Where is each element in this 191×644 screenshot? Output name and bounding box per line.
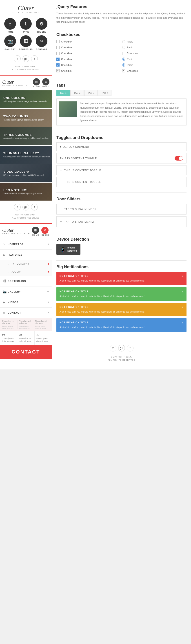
radio-4[interactable] — [122, 58, 125, 61]
facebook-icon-2[interactable]: f — [31, 204, 38, 210]
twitter-icon-1[interactable]: 𝕥 — [14, 55, 21, 62]
toggle-row-2[interactable]: + THIS IS CONTENT TOGGLE — [56, 165, 187, 175]
nav-icon-gallery[interactable]: 📷 GALLERY — [3, 35, 17, 50]
sidebar-item-homepage[interactable]: ⌂ HOMEPAGE • — [0, 239, 52, 250]
list-item[interactable]: I DO NOTHING! You can add as many images… — [0, 182, 52, 200]
device-box: 📱 iPhoneDetected — [56, 244, 80, 255]
list-item[interactable]: THREE COLUMNS Designed to work perfectly… — [0, 127, 52, 145]
door-row-1[interactable]: + TAP TO SHOW NUMBER! — [56, 204, 187, 214]
menu-nav-item[interactable]: ≡ MENU — [42, 78, 49, 88]
tab-1[interactable]: TAB 1 — [56, 90, 70, 96]
contact-button[interactable]: CONTACT — [0, 345, 52, 359]
nav-icon-contact[interactable]: ✉ CONTACT — [35, 35, 48, 50]
nav-icon-type[interactable]: ℹ TYPE — [19, 18, 32, 33]
checkbox-1[interactable] — [56, 40, 59, 43]
close-notif-1[interactable]: x — [182, 274, 184, 278]
notif-title-row-4: NOTIFICATION TITLE x — [59, 321, 183, 324]
checkbox-3[interactable] — [56, 52, 59, 55]
door-sliders-section: Door Sliders + TAP TO SHOW NUMBER! + TAP… — [56, 197, 187, 227]
gplus-icon-2[interactable]: g+ — [22, 204, 29, 210]
radio-2[interactable] — [122, 46, 125, 49]
checkbox-label-1: Checkbox — [61, 40, 72, 43]
gear-icon-sidebar: ⚙ — [3, 253, 8, 256]
notif-body-1: A lot of nice stuff you want to write in… — [59, 279, 183, 283]
mail-icon: ✉ — [36, 35, 47, 47]
grid-icon-3: ⊞ — [32, 227, 39, 234]
checkbox-4[interactable] — [56, 58, 59, 61]
menu-item-title-3: THREE COLUMNS — [3, 133, 52, 136]
jquery-section: jQuery Features These features are absol… — [56, 4, 187, 24]
sidebar-item-gallery[interactable]: 📷 GALLERY + — [0, 286, 52, 297]
close-notif-2[interactable]: x — [182, 290, 184, 293]
home-nav-item-3[interactable]: ⊞ HOME — [32, 227, 39, 236]
brand-name-1: Ciuter — [2, 4, 49, 12]
sidebar-sub-item-jquery[interactable]: › JQUERY — [0, 268, 52, 276]
sidebar-item-portfolios[interactable]: 🖼 PORTFOLIOS + — [0, 276, 52, 286]
list-item[interactable]: VIDEO GALLERY HD graphics make it shine … — [0, 164, 52, 182]
col-num-3: 3/3 — [36, 333, 50, 336]
checkbox-label-6: Checkbox — [61, 70, 72, 72]
divider-1 — [56, 28, 187, 28]
notification-1: NOTIFICATION TITLE x A lot of nice stuff… — [56, 272, 187, 285]
deploy-submenu[interactable]: ▾ DEPLOY SUBMENU — [56, 142, 187, 151]
bottom-col-2: 2/3 Lorem ipsum dolor sit amet, — [17, 331, 35, 345]
list-item[interactable]: ONE COLUMN Add a caption, tap the image,… — [0, 90, 52, 108]
close-nav-item[interactable]: ✕ CLOSE — [41, 227, 49, 236]
twitter-icon-bottom[interactable]: 𝕥 — [110, 345, 116, 352]
toggle-row-1[interactable]: THIS IS CONTENT TOGGLE — [56, 153, 187, 164]
tab-text: Sed sed gravida turpis. Suspendisse quis… — [80, 102, 184, 122]
facebook-icon-1[interactable]: f — [31, 55, 38, 62]
list-item[interactable]: THUMBNAIL GALLERY Covering the entire wi… — [0, 146, 52, 164]
list-item[interactable]: TWO COLUMNS Tapping the image will deplo… — [0, 109, 52, 127]
door-row-2[interactable]: + TAP TO SHOW EMAIL! — [56, 216, 187, 227]
checkbox-6[interactable] — [56, 69, 59, 72]
sidebar-dot-videos: • — [48, 300, 49, 304]
sidebar-label-features: FEATURES — [8, 254, 45, 256]
checkbox-row-4: Checkbox — [56, 57, 121, 62]
close-notif-3[interactable]: x — [182, 305, 184, 309]
close-notif-4[interactable]: x — [182, 321, 184, 324]
radio-1[interactable] — [122, 40, 125, 43]
checkbox-row-6: Checkbox — [56, 68, 121, 73]
nav-icon-jquery[interactable]: ⚙ JQUERY — [35, 18, 48, 33]
radio-row-4: Radio — [122, 57, 187, 62]
notif-title-text-3: NOTIFICATION TITLE — [59, 306, 89, 308]
home-nav-item[interactable]: ⊞ HOME — [33, 78, 40, 88]
menu-image-list: ONE COLUMN Add a caption, tap the image,… — [0, 90, 52, 200]
tab-2[interactable]: TAB 2 — [70, 90, 84, 96]
toggle-row-3[interactable]: + THIS IS CONTENT TOGGLE — [56, 177, 187, 187]
toggle-label-1: THIS IS CONTENT TOGGLE — [60, 157, 175, 160]
radio-5[interactable] — [122, 64, 125, 66]
checkbox-2[interactable] — [56, 46, 59, 49]
divider-2 — [56, 79, 187, 79]
social-row-1: 𝕥 g+ f — [0, 52, 52, 65]
checkbox-5[interactable] — [56, 64, 59, 66]
notif-title-row-1: NOTIFICATION TITLE x — [59, 274, 183, 278]
nav-icon-home[interactable]: ⌂ HOME — [3, 18, 17, 33]
sidebar-label-contact: CONTACT — [8, 312, 48, 314]
nav-icon-portfolio[interactable]: 🖼 PORTFOLIO — [19, 35, 32, 50]
divider-3 — [56, 131, 187, 131]
menu-item-sub-6: You can add as many images as you want! — [3, 192, 52, 195]
toggle-label-2: THIS IS CONTENT TOGGLE — [64, 169, 183, 172]
logo-section-1: Ciuter CREATIVE & MOBILE — [0, 0, 52, 16]
gplus-icon-1[interactable]: g+ — [22, 55, 29, 62]
nav-icons-grid: ⌂ HOME ℹ TYPE ⚙ JQUERY 📷 GALLERY 🖼 PORTF… — [0, 16, 52, 52]
nav-bar-2-right: ⊞ HOME ≡ MENU — [33, 78, 49, 88]
facebook-icon-bottom[interactable]: f — [127, 345, 134, 352]
gplus-icon-bottom[interactable]: g+ — [118, 345, 125, 352]
door-plus-icon-1: + — [60, 207, 62, 211]
nav-bar-2: Ciuter CREATIVE & MOBILE ⊞ HOME ≡ MENU — [0, 76, 52, 90]
video-icon-sidebar: ▶ — [3, 300, 8, 304]
twitter-icon-2[interactable]: 𝕥 — [14, 204, 21, 210]
jquery-title: jQuery Features — [56, 4, 187, 9]
checkbox-6b[interactable] — [122, 69, 125, 72]
tab-3[interactable]: TAB 3 — [84, 90, 98, 96]
toggle-switch-1[interactable] — [175, 156, 183, 160]
sidebar-item-contact[interactable]: ✉ CONTACT • — [0, 308, 52, 318]
sidebar-sub-item-typography[interactable]: › TYPOGRAPHY — [0, 260, 52, 268]
checkbox-3b[interactable] — [122, 52, 125, 55]
sidebar-item-features[interactable]: ⚙ FEATURES — — [0, 250, 52, 260]
tab-4[interactable]: TAB 4 — [98, 90, 111, 96]
sidebar-item-videos[interactable]: ▶ VIDEOS • — [0, 297, 52, 308]
